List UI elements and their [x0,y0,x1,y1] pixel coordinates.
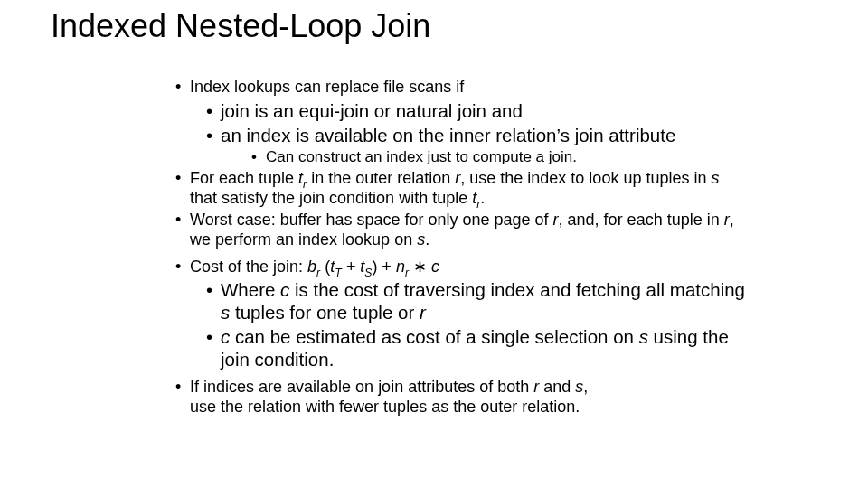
var-s: s [221,302,230,323]
text: tuples for one tuple or [230,302,420,323]
sub-T: T [335,266,341,278]
text: ( [320,258,330,276]
text: , [583,378,588,396]
var-s: s [575,378,583,396]
text: ) + [372,258,396,276]
text: For each tuple [190,169,298,187]
text: and [539,378,575,396]
var-r: r [420,302,426,323]
text: . [480,189,485,207]
var-n: n [396,258,405,276]
text: Worst case: buffer has space for only on… [190,211,553,229]
text: ∗ [409,258,431,276]
bullet-l2: Where c is the cost of traversing index … [170,278,749,324]
bullet-l1: Cost of the join: br (tT + tS) + nr ∗ c [170,258,749,277]
text: in the outer relation [307,169,455,187]
text: s join attribute [561,125,676,145]
text: an index is available on the inner relat… [221,125,557,145]
text: join is an equi-join or natural join and [221,100,523,121]
text: Index lookups can replace file scans if [190,78,464,96]
text: use the relation with fewer tuples as th… [190,398,580,416]
var-c: c [431,258,439,276]
slide-title: Indexed Nested-Loop Join [51,7,430,45]
text: that satisfy the join condition with tup… [190,189,472,207]
var-s: s [417,230,425,249]
bullet-l1: Worst case: buffer has space for only on… [170,211,749,250]
text: is the cost of traversing index and fetc… [289,279,745,300]
text: Cost of the join: [190,258,307,276]
text: Where [221,279,280,300]
text: . [425,230,429,249]
var-c: c [280,279,289,300]
text: , use the index to look up tuples in [460,169,711,187]
bullet-l2: join is an equi-join or natural join and [170,99,749,122]
text: If indices are available on join attribu… [190,378,533,396]
bullet-l2: an index is available on the inner relat… [170,124,749,146]
var-s: s [639,326,648,347]
bullet-l1: If indices are available on join attribu… [170,378,749,418]
var-s: s [711,169,719,187]
bullet-l1: Index lookups can replace file scans if [170,78,749,98]
text: can be estimated as cost of a single sel… [230,326,638,347]
text: Can construct an index just to compute a… [266,148,577,165]
bullet-l3: Can construct an index just to compute a… [170,148,749,167]
text: , and, for each tuple in [559,211,724,229]
slide-body: Index lookups can replace file scans if … [170,78,749,419]
slide: Indexed Nested-Loop Join Index lookups c… [0,0,868,488]
var-c: c [221,326,230,347]
text: + [342,258,361,276]
bullet-l1: For each tuple tr in the outer relation … [170,169,749,209]
bullet-l2: c can be estimated as cost of a single s… [170,325,749,371]
var-b: b [307,258,316,276]
